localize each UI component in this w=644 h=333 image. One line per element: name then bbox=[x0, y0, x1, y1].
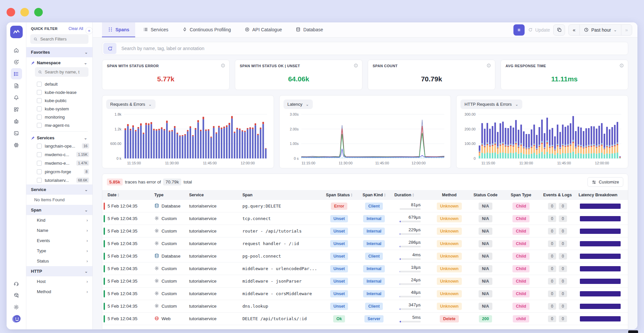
chart-metric-dropdown[interactable]: Latency⌄ bbox=[284, 99, 313, 109]
http-requests-errors-chart[interactable]: 300.00200.00100.00011:15:0011:30:0011:45… bbox=[460, 111, 624, 166]
customize-button[interactable]: Customize bbox=[587, 177, 623, 187]
time-range-dropdown[interactable]: Past hour ⌄ bbox=[580, 25, 621, 35]
favorites-section-header[interactable]: Favorites⌄ bbox=[26, 47, 92, 57]
span-filter-item[interactable]: Kind› bbox=[26, 215, 92, 225]
nav-settings[interactable] bbox=[11, 301, 22, 313]
table-row[interactable]: 5 Feb 12:04:35Customtutorialservicemiddl… bbox=[102, 263, 628, 275]
span-name-cell[interactable]: DELETE /api/tutorials/:id bbox=[240, 316, 323, 321]
service-option[interactable]: tutorialserv...68.6K bbox=[26, 176, 92, 184]
latency-breakdown-cell[interactable] bbox=[577, 316, 628, 321]
requests-errors-chart[interactable]: 1.8k1.2k600.000 k11:15:0011:30:0011:45:0… bbox=[106, 111, 270, 166]
latency-breakdown-cell[interactable] bbox=[577, 204, 628, 209]
info-icon[interactable] bbox=[619, 63, 624, 69]
column-header[interactable]: Status Code bbox=[467, 193, 504, 197]
nav-alerts[interactable] bbox=[11, 92, 22, 103]
collapse-panel-button[interactable]: « bbox=[86, 27, 93, 34]
nav-install[interactable] bbox=[11, 290, 22, 301]
latency-breakdown-cell[interactable] bbox=[577, 304, 628, 309]
checkbox[interactable] bbox=[37, 152, 42, 157]
column-header[interactable]: Latency Breakdown bbox=[577, 193, 628, 197]
namespace-search-input[interactable] bbox=[45, 69, 85, 74]
nav-bot[interactable] bbox=[11, 116, 22, 127]
span-filter-item[interactable]: Status› bbox=[26, 256, 92, 266]
table-row[interactable]: 5 Feb 12:04:35Customtutorialservicedns.l… bbox=[102, 300, 628, 313]
info-icon[interactable] bbox=[354, 63, 358, 69]
service-option[interactable]: pingcrm-forge8 bbox=[26, 167, 92, 176]
checkbox[interactable] bbox=[37, 115, 42, 120]
services-section-header[interactable]: Services ⌄ bbox=[26, 132, 92, 142]
filter-search[interactable] bbox=[30, 34, 88, 44]
tab-services[interactable]: Services bbox=[137, 22, 174, 37]
column-header[interactable]: Span Type bbox=[504, 193, 538, 197]
latency-breakdown-cell[interactable] bbox=[577, 254, 628, 259]
table-row[interactable]: 5 Feb 12:04:35Customtutorialservicemiddl… bbox=[102, 288, 628, 300]
span-name-cell[interactable]: middleware - urlencodedPar... bbox=[240, 266, 323, 271]
latency-breakdown-cell[interactable] bbox=[577, 216, 628, 221]
span-search-input[interactable] bbox=[117, 46, 628, 51]
span-name-cell[interactable]: pg.query:DELETE bbox=[240, 204, 323, 208]
tab-continuous-profiling[interactable]: Continuous Profiling bbox=[176, 22, 237, 37]
checkbox[interactable] bbox=[37, 90, 42, 95]
column-header[interactable]: Span Status▴▾ bbox=[323, 193, 356, 197]
nav-apm[interactable] bbox=[11, 56, 22, 68]
latency-breakdown-cell[interactable] bbox=[577, 241, 628, 246]
column-header[interactable]: Duration▴▾ bbox=[392, 193, 431, 197]
span-name-cell[interactable]: middleware - corsMiddleware bbox=[240, 291, 323, 296]
nav-infrastructure[interactable] bbox=[11, 139, 22, 151]
sort-icon[interactable]: ▴▾ bbox=[384, 193, 385, 197]
checkbox[interactable] bbox=[37, 144, 42, 149]
minimize-window-button[interactable] bbox=[20, 8, 29, 16]
nav-traces[interactable] bbox=[11, 68, 22, 79]
latency-breakdown-cell[interactable] bbox=[577, 229, 628, 234]
service-option[interactable]: mwdemo-c...1.15K bbox=[26, 150, 92, 159]
table-row[interactable]: 5 Feb 12:04:35Databasetutorialservicepg-… bbox=[102, 250, 628, 263]
span-search-bar[interactable] bbox=[102, 42, 628, 55]
nav-synthetics[interactable] bbox=[11, 127, 22, 139]
latency-breakdown-cell[interactable] bbox=[577, 291, 628, 296]
namespace-option[interactable]: kube-node-lease bbox=[26, 88, 92, 97]
ai-search-icon[interactable] bbox=[103, 43, 116, 54]
column-header[interactable]: Events & Logs bbox=[538, 193, 577, 197]
table-row[interactable]: 5 Feb 12:04:35WebtutorialserviceDELETE /… bbox=[102, 313, 628, 325]
maximize-window-button[interactable] bbox=[34, 8, 43, 16]
nav-support[interactable] bbox=[11, 278, 22, 289]
checkbox[interactable] bbox=[37, 82, 42, 87]
update-button[interactable]: Update bbox=[528, 27, 550, 33]
namespace-option[interactable]: default bbox=[26, 80, 92, 88]
clear-all-link[interactable]: Clear All bbox=[68, 26, 83, 31]
table-row[interactable]: 5 Feb 12:04:35Databasetutorialservicepg.… bbox=[102, 200, 628, 212]
span-name-cell[interactable]: dns.lookup bbox=[240, 304, 323, 309]
copy-link-button[interactable] bbox=[553, 24, 565, 36]
table-row[interactable]: 5 Feb 12:04:35Customtutorialservicetcp.c… bbox=[102, 212, 628, 225]
column-header[interactable]: Service bbox=[187, 193, 240, 197]
user-avatar[interactable] bbox=[11, 313, 22, 324]
latency-breakdown-cell[interactable] bbox=[577, 266, 628, 271]
table-row[interactable]: 5 Feb 12:04:35Customtutorialservicereque… bbox=[102, 237, 628, 250]
checkbox[interactable] bbox=[37, 98, 42, 103]
span-name-cell[interactable]: middleware - jsonParser bbox=[240, 279, 323, 284]
column-header[interactable]: Span bbox=[240, 193, 323, 197]
tab-spans[interactable]: Spans bbox=[102, 22, 135, 37]
checkbox[interactable] bbox=[37, 106, 42, 111]
namespace-option[interactable]: monitoring bbox=[26, 113, 92, 121]
column-header[interactable]: Span Kind▴▾ bbox=[356, 193, 392, 197]
column-header[interactable]: Method bbox=[431, 193, 467, 197]
service-option[interactable]: langchain-ope...16 bbox=[26, 142, 92, 150]
table-row[interactable]: 5 Feb 12:04:35Customtutorialservicemiddl… bbox=[102, 275, 628, 288]
chart-metric-dropdown[interactable]: Requests & Errors⌄ bbox=[106, 99, 156, 109]
checkbox[interactable] bbox=[37, 161, 42, 166]
checkbox[interactable] bbox=[37, 178, 42, 183]
namespace-search[interactable] bbox=[35, 67, 88, 77]
nav-logs[interactable] bbox=[11, 80, 22, 91]
span-name-cell[interactable]: pg-pool.connect bbox=[240, 254, 323, 259]
latency-breakdown-cell[interactable] bbox=[577, 279, 628, 284]
namespace-option[interactable]: kube-public bbox=[26, 97, 92, 105]
span-section-header[interactable]: Span⌄ bbox=[26, 205, 92, 215]
http-section-header[interactable]: HTTP⌄ bbox=[26, 266, 92, 276]
span-name-cell[interactable]: router - /api/tutorials bbox=[240, 229, 323, 234]
http-filter-item[interactable]: Host› bbox=[26, 276, 92, 287]
tab-api-catalogue[interactable]: API Catalogue bbox=[239, 22, 288, 37]
column-header[interactable]: Type bbox=[152, 193, 187, 197]
sort-icon[interactable]: ▴▾ bbox=[412, 193, 414, 197]
info-icon[interactable] bbox=[486, 63, 491, 69]
